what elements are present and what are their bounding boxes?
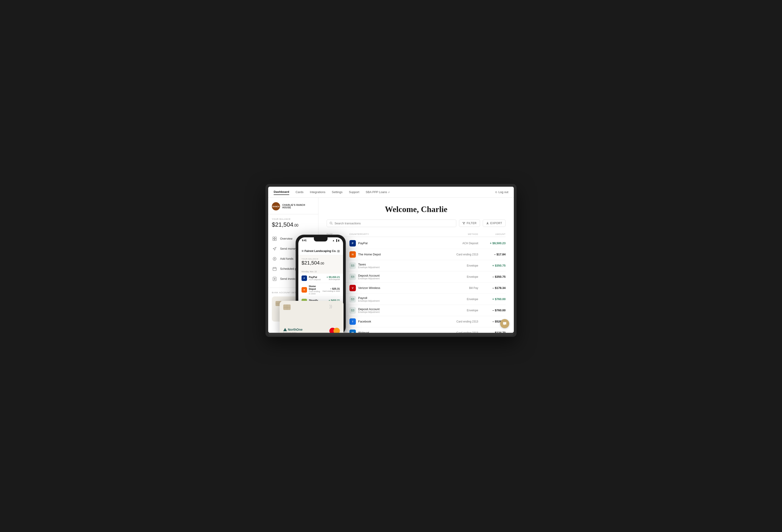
tx-counterparty: Taxes Envelope Adjustment: [350, 262, 442, 269]
table-row[interactable]: Deposit Account Envelope Adjustment Enve…: [327, 305, 506, 316]
tx-amount: – $760.00: [478, 309, 506, 312]
filter-button[interactable]: FILTER: [459, 219, 480, 227]
nav-dashboard[interactable]: Dashboard: [274, 189, 289, 195]
tx-name: Facebook: [358, 320, 371, 323]
svg-rect-2: [273, 237, 274, 239]
sidebar-send-label: Send money: [280, 247, 297, 250]
laptop-body: Dashboard Cards Integrations Settings Su…: [265, 184, 517, 337]
logout-button[interactable]: ⎋ Log out: [495, 190, 508, 194]
svg-rect-10: [351, 265, 354, 267]
nav-integrations[interactable]: Integrations: [310, 189, 325, 195]
company-name: CHARLIE'S RANCH HOUSE: [282, 204, 315, 209]
tx-counterparty: Payroll Envelope Adjustment: [350, 296, 442, 303]
nav-cards[interactable]: Cards: [295, 189, 304, 195]
calendar-icon: [272, 266, 277, 272]
phone-tx-row[interactable]: H Home Depot Card ending in 3444 – $25.3…: [298, 283, 343, 297]
phone-notch: [314, 237, 327, 242]
table-row[interactable]: W Walmart Card ending 2313 – $134.70: [327, 327, 506, 333]
tx-sub: Envelope Adjustment: [358, 277, 380, 280]
tx-method: Envelope: [442, 275, 478, 278]
tx-sub: Envelope Adjustment: [358, 300, 380, 302]
northone-logo-icon: [283, 328, 287, 331]
tx-name: The Home Depot: [358, 253, 381, 256]
tx-counterparty: Deposit Account Envelope Adjustment: [350, 274, 442, 280]
phone-balance-amount: $21,504.00: [301, 260, 340, 266]
tx-logo: f: [350, 318, 356, 325]
tx-logo: P: [350, 240, 356, 247]
table-row[interactable]: V Verizon Wireless Bill Pay – $178.34: [327, 283, 506, 294]
tx-method: Bill Pay: [442, 286, 478, 290]
company-logo: RANCH: [272, 202, 280, 210]
svg-rect-11: [351, 276, 354, 278]
sidebar-invoice-label: Send invoice: [280, 277, 297, 281]
tx-counterparty: H The Home Depot: [350, 251, 442, 258]
tx-name: Walmart: [358, 331, 369, 333]
tx-counterparty: Deposit Account Envelope Adjustment: [350, 307, 442, 314]
phone-balance-label: YOUR BALANCE: [301, 258, 340, 260]
sidebar-add-funds-label: Add funds: [280, 257, 293, 260]
col-counterparty: COUNTERPARTY: [350, 233, 442, 235]
svg-rect-3: [275, 237, 276, 239]
search-icon: [330, 222, 332, 225]
tx-counterparty: f Facebook: [350, 318, 442, 325]
sidebar-balance: YOUR BALANCE $21,504.00: [268, 214, 318, 232]
phone-tx-amount: – $25.31 Card ending in 3444: [322, 287, 340, 292]
phone-settings-icon[interactable]: ⊞: [337, 249, 340, 253]
nav-settings[interactable]: Settings: [332, 189, 343, 195]
table-row[interactable]: Today H The Home Depot Card ending 2313 …: [327, 249, 506, 260]
nav-sba[interactable]: SBA PPP Loans: [366, 189, 390, 195]
tx-amount: – $17.84: [478, 253, 506, 256]
envelope-icon: [350, 307, 356, 314]
envelope-icon: [350, 262, 356, 269]
col-amount: AMOUNT: [478, 233, 506, 235]
phone-tx-sub: ACH Deposit: [309, 278, 325, 281]
phone-tx-amount: + $9,450.21 ACH Deposit: [327, 276, 340, 281]
mc-orange-circle: [333, 328, 340, 333]
chat-button[interactable]: [500, 319, 509, 328]
search-box[interactable]: [327, 219, 456, 227]
table-row[interactable]: Deposit Account Envelope Adjustment Enve…: [327, 271, 506, 283]
add-funds-icon: [272, 256, 277, 261]
export-button[interactable]: EXPORT: [483, 219, 506, 227]
balance-amount: $21,504.00: [272, 221, 315, 228]
phone-status-icons: ▲ ▐ ▮: [332, 239, 340, 242]
tx-counterparty: W Walmart: [350, 329, 442, 333]
tx-sub: Envelope Adjustment: [358, 266, 380, 269]
battery-icon: ▮: [338, 239, 340, 242]
table-row[interactable]: Payroll Envelope Adjustment Envelope + $…: [327, 294, 506, 305]
tx-method: Card ending 2313: [442, 253, 478, 256]
tx-name: Deposit Account: [358, 274, 380, 277]
phone-tx-logo: H: [301, 287, 307, 293]
hamburger-menu[interactable]: ≡: [301, 249, 304, 253]
tx-name: Verizon Wireless: [358, 286, 380, 290]
company-section: RANCH CHARLIE'S RANCH HOUSE: [268, 202, 318, 214]
tx-logo: V: [350, 285, 356, 291]
tx-method: Envelope: [442, 264, 478, 267]
col-method: METHOD: [442, 233, 478, 235]
signal-icon: ▐: [335, 239, 337, 242]
table-row[interactable]: Taxes Envelope Adjustment Envelope + $35…: [327, 260, 506, 271]
phone-company-name: Fairest Landscaping Co.: [305, 249, 336, 253]
tx-method: Card ending 2313: [442, 320, 478, 323]
phone-tx-row[interactable]: P PayPal ACH Deposit + $9,450.21 ACH Dep…: [298, 274, 343, 283]
phone-tx-name: Home Depot: [309, 285, 321, 290]
northone-brand: NorthOne: [283, 328, 303, 331]
tx-logo: W: [350, 329, 356, 333]
tx-amount: + $9,500.23: [478, 242, 506, 245]
search-export-row: FILTER EXPORT: [327, 219, 506, 227]
tx-method: Envelope: [442, 297, 478, 301]
search-input[interactable]: [334, 222, 453, 225]
dc-bottom: NorthOne business debit: [283, 328, 340, 333]
dc-brand-section: NorthOne business debit: [283, 328, 303, 333]
tx-name: Taxes: [358, 263, 380, 266]
transaction-rows: Today P PayPal ACH Deposit + $9,500.23 T…: [327, 238, 506, 333]
send-icon: [272, 246, 277, 251]
table-row[interactable]: Today P PayPal ACH Deposit + $9,500.23: [327, 238, 506, 249]
tx-amount: – $178.34: [478, 286, 506, 290]
table-row[interactable]: f Facebook Card ending 2313 – $526.32: [327, 316, 506, 327]
chat-icon: [503, 322, 507, 326]
nav-support[interactable]: Support: [349, 189, 359, 195]
tx-name: Deposit Account: [358, 308, 380, 311]
filter-icon: [462, 222, 465, 224]
laptop-screen: Dashboard Cards Integrations Settings Su…: [268, 187, 514, 333]
